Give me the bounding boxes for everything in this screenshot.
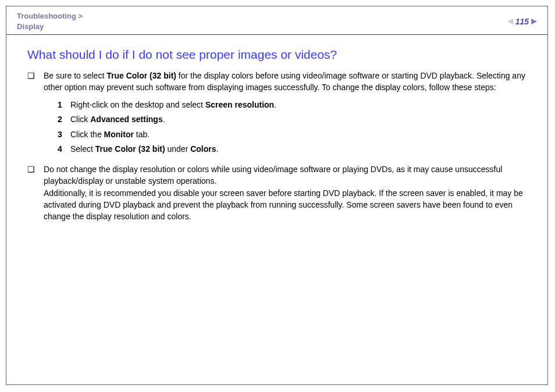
breadcrumb: Troubleshooting > Display (17, 11, 83, 31)
content-area: What should I do if I do not see proper … (6, 35, 547, 222)
step-text: Click the Monitor tab. (70, 129, 526, 141)
text-bold: Screen resolution (205, 100, 274, 109)
step-number: 4 (58, 144, 70, 155)
steps-list: 1 Right-click on the desktop and select … (58, 99, 526, 155)
breadcrumb-line2: Display (17, 22, 83, 32)
next-page-icon[interactable] (531, 19, 537, 24)
bullet-icon: ❑ (27, 70, 44, 94)
step-text: Click Advanced settings. (70, 114, 526, 126)
text-bold: Advanced settings (90, 115, 162, 124)
page-frame: Troubleshooting > Display 115 What shoul… (6, 6, 548, 385)
text-run: tab. (134, 130, 150, 139)
text-run: Be sure to select (44, 71, 106, 80)
text-run: Click (70, 115, 90, 124)
text-run: Do not change the display resolution or … (44, 165, 502, 186)
text-bold: Colors (190, 144, 216, 154)
step-item: 4 Select True Color (32 bit) under Color… (58, 144, 526, 155)
prev-page-icon[interactable] (507, 19, 513, 24)
bullet-icon: ❑ (27, 163, 44, 222)
text-run: Additionally, it is recommended you disa… (44, 188, 523, 222)
text-bold: True Color (32 bit) (95, 144, 165, 154)
bullet-text: Be sure to select True Color (32 bit) fo… (44, 70, 526, 94)
text-bold: Monitor (104, 130, 134, 139)
text-run: Right-click on the desktop and select (70, 100, 205, 109)
breadcrumb-line1: Troubleshooting > (17, 11, 83, 22)
bullet-text: Do not change the display resolution or … (44, 163, 526, 222)
step-item: 3 Click the Monitor tab. (58, 129, 526, 141)
page-header: Troubleshooting > Display 115 (6, 6, 547, 34)
bullet-item: ❑ Be sure to select True Color (32 bit) … (27, 70, 526, 94)
text-run: . (274, 100, 276, 109)
step-text: Right-click on the desktop and select Sc… (70, 99, 526, 111)
step-number: 2 (58, 114, 70, 126)
step-text: Select True Color (32 bit) under Colors. (70, 144, 526, 155)
text-run: Select (70, 144, 95, 154)
step-number: 3 (58, 129, 70, 141)
page-title: What should I do if I do not see proper … (27, 48, 526, 62)
bullet-item: ❑ Do not change the display resolution o… (27, 163, 526, 222)
text-bold: True Color (32 bit) (106, 71, 176, 80)
text-run: . (163, 115, 165, 124)
text-run: under (165, 144, 191, 154)
page-nav: 115 (507, 17, 537, 26)
step-item: 2 Click Advanced settings. (58, 114, 526, 126)
text-run: . (216, 144, 219, 154)
text-run: Click the (70, 130, 104, 139)
page-number: 115 (515, 17, 529, 26)
step-number: 1 (58, 99, 70, 111)
step-item: 1 Right-click on the desktop and select … (58, 99, 526, 111)
